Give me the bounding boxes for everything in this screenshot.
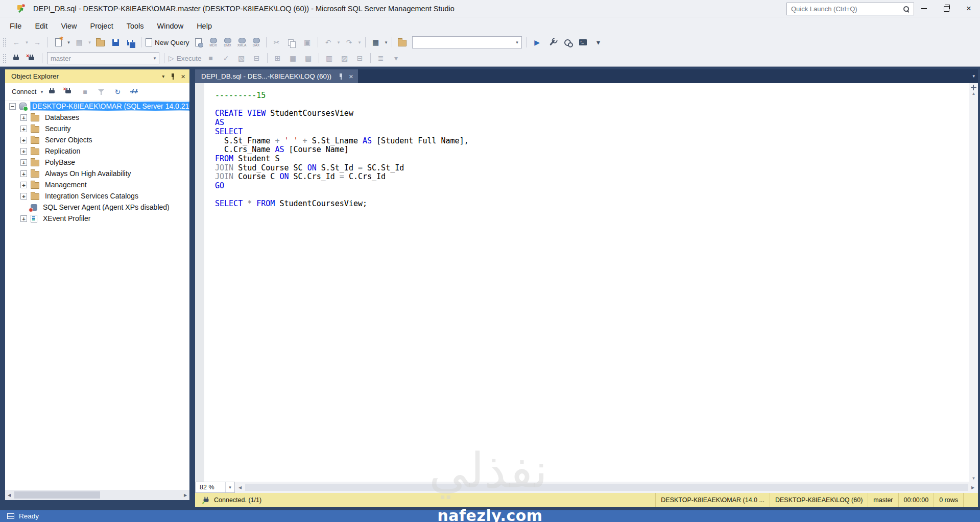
code-editor[interactable]: ---------15 CREATE VIEW StudentCoursesVi… <box>195 83 978 482</box>
pin-icon[interactable] <box>170 73 176 80</box>
chevron-down-icon[interactable]: ▾ <box>513 40 521 45</box>
panel-close-icon[interactable]: × <box>181 72 185 80</box>
filter-icon[interactable] <box>93 85 109 98</box>
restore-button[interactable] <box>935 0 958 17</box>
collapse-icon[interactable]: − <box>9 103 16 110</box>
menu-item-project[interactable]: Project <box>84 17 120 35</box>
undo-icon[interactable]: ↶ <box>321 36 336 49</box>
launch-icon[interactable]: ▶ <box>530 36 545 49</box>
dmx-query-icon[interactable]: DMX <box>221 36 235 49</box>
tree-item[interactable]: +Security <box>5 123 189 134</box>
intellisense-dropdown-icon[interactable]: ▾ <box>384 40 389 45</box>
mdx-query-icon[interactable]: MDX <box>206 36 221 49</box>
add-item-dropdown-icon[interactable]: ▾ <box>87 40 92 45</box>
scroll-right-icon[interactable]: ▶ <box>969 482 977 493</box>
toolbar-grip[interactable] <box>3 54 7 63</box>
scrollbar-thumb[interactable] <box>245 484 968 491</box>
expand-icon[interactable]: + <box>20 148 27 155</box>
tree-item[interactable]: +XEvent Profiler <box>5 213 189 224</box>
intellisense-icon[interactable]: ▦ <box>368 36 384 49</box>
tree-item[interactable]: −DESKTOP-K8IEAEK\OMAR (SQL Server 14.0.2… <box>5 101 189 112</box>
redo-dropdown-icon[interactable]: ▾ <box>357 40 363 45</box>
open-file-icon[interactable] <box>92 36 108 49</box>
results-to-grid-icon[interactable]: ▦ <box>285 52 301 65</box>
zoom-level-combo[interactable]: 82 % ▾ <box>195 482 235 493</box>
toolbar-overflow-icon[interactable]: ▾ <box>591 36 606 49</box>
code-area[interactable]: ---------15 CREATE VIEW StudentCoursesVi… <box>195 83 969 482</box>
disconnect-object-icon[interactable]: × <box>61 85 76 98</box>
paste-icon[interactable]: ▣ <box>300 36 315 49</box>
dax-query-icon[interactable]: DAX <box>249 36 264 49</box>
menu-item-file[interactable]: File <box>3 17 28 35</box>
menu-item-edit[interactable]: Edit <box>28 17 54 35</box>
splitter-handle-icon[interactable] <box>971 85 976 90</box>
increase-indent-icon[interactable]: ≣ <box>373 52 389 65</box>
tree-item[interactable]: +Integration Services Catalogs <box>5 190 189 202</box>
editor-vscrollbar[interactable]: ▲ ▼ <box>969 83 978 482</box>
xmla-query-icon[interactable]: XMLA <box>235 36 249 49</box>
connect-icon[interactable] <box>9 52 24 65</box>
new-database-engine-query-icon[interactable] <box>191 36 206 49</box>
new-project-icon[interactable] <box>51 36 66 49</box>
save-all-icon[interactable] <box>123 36 138 49</box>
uncomment-lines-icon[interactable]: ▨ <box>337 52 352 65</box>
parse-icon[interactable]: ✓ <box>219 52 234 65</box>
command-window-icon[interactable] <box>576 36 591 49</box>
add-item-icon[interactable]: ▤ <box>71 36 87 49</box>
navigate-back-icon[interactable]: ← <box>9 36 24 49</box>
find-combo[interactable]: ▾ <box>412 36 522 48</box>
menu-item-help[interactable]: Help <box>190 17 219 35</box>
activity-monitor-icon[interactable] <box>126 85 141 98</box>
expand-icon[interactable]: + <box>20 193 27 200</box>
scrollbar-thumb[interactable] <box>14 491 100 499</box>
decrease-indent-icon[interactable]: ⊟ <box>352 52 368 65</box>
close-button[interactable]: × <box>958 0 980 17</box>
connect-button[interactable]: Connect <box>10 85 38 98</box>
expand-icon[interactable]: + <box>20 182 27 188</box>
query-options-icon[interactable]: ⊟ <box>249 52 265 65</box>
editor-hscrollbar[interactable]: ◀ ▶ <box>235 482 978 493</box>
copy-icon[interactable] <box>284 36 300 49</box>
disconnect-icon[interactable]: × <box>24 52 39 65</box>
tab-close-icon[interactable]: × <box>349 72 353 80</box>
cut-icon[interactable]: ✂ <box>269 36 284 49</box>
tree-item[interactable]: +Replication <box>5 145 189 157</box>
undo-dropdown-icon[interactable]: ▾ <box>336 40 342 45</box>
navigate-forward-icon[interactable]: → <box>30 36 45 49</box>
expand-icon[interactable]: + <box>20 215 27 222</box>
scroll-left-icon[interactable]: ◀ <box>5 490 13 500</box>
refresh-icon[interactable]: ↻ <box>110 85 125 98</box>
tree-item[interactable]: +PolyBase <box>5 157 189 168</box>
tree-item[interactable]: SQL Server Agent (Agent XPs disabled) <box>5 202 189 213</box>
expand-icon[interactable]: + <box>20 159 27 166</box>
tab-depi-db-sql[interactable]: DEPI_DB.sql - DES...-K8IEAEK\LOQ (60)) × <box>195 69 358 83</box>
navigate-back-dropdown-icon[interactable]: ▾ <box>24 40 30 45</box>
connect-dropdown-icon[interactable]: ▾ <box>39 89 44 94</box>
stop-icon[interactable]: ■ <box>77 85 92 98</box>
tab-list-dropdown-icon[interactable]: ▾ <box>972 73 975 79</box>
expand-icon[interactable]: + <box>20 126 27 132</box>
cancel-query-icon[interactable]: ■ <box>203 52 219 65</box>
comment-lines-icon[interactable]: ▥ <box>322 52 337 65</box>
new-project-dropdown-icon[interactable]: ▾ <box>66 40 71 45</box>
search-icon[interactable] <box>903 6 910 13</box>
menu-item-tools[interactable]: Tools <box>120 17 151 35</box>
browse-folder-icon[interactable] <box>395 36 410 49</box>
expand-icon[interactable]: + <box>20 114 27 121</box>
menu-item-window[interactable]: Window <box>151 17 190 35</box>
new-query-button[interactable]: New Query <box>144 36 191 49</box>
redo-icon[interactable]: ↷ <box>342 36 357 49</box>
toolbar-overflow-icon[interactable]: ▾ <box>389 52 404 65</box>
panel-options-icon[interactable]: ▾ <box>162 73 164 79</box>
tree-item[interactable]: +Databases <box>5 112 189 123</box>
chevron-down-icon[interactable]: ▾ <box>225 482 234 492</box>
connect-object-icon[interactable] <box>44 85 60 98</box>
display-estimated-plan-icon[interactable]: ▧ <box>234 52 249 65</box>
quick-launch-input[interactable]: Quick Launch (Ctrl+Q) <box>786 3 914 15</box>
expand-icon[interactable]: + <box>20 137 27 143</box>
expand-icon[interactable]: + <box>20 170 27 177</box>
object-explorer-hscrollbar[interactable]: ◀ ▶ <box>5 490 189 500</box>
available-databases-combo[interactable]: master▾ <box>47 52 159 64</box>
scroll-up-icon[interactable]: ▲ <box>969 91 978 96</box>
minimize-button[interactable] <box>913 0 935 17</box>
